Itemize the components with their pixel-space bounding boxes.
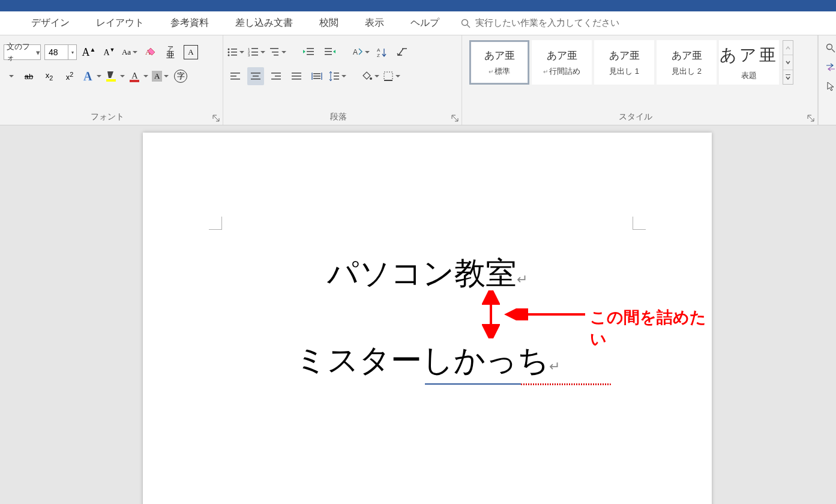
character-border-button[interactable]: A xyxy=(182,43,199,61)
svg-rect-24 xyxy=(307,54,314,55)
justify-button[interactable] xyxy=(288,67,305,85)
distributed-icon xyxy=(311,71,323,81)
shading-button[interactable] xyxy=(361,67,379,85)
show-marks-button[interactable] xyxy=(394,43,410,61)
font-size-dropdown[interactable]: ▾ xyxy=(68,44,77,60)
page[interactable]: パソコン教室↵ ミスターしかっち↵ この間を詰めたい xyxy=(143,133,712,504)
align-center-button[interactable] xyxy=(247,67,264,85)
styles-more[interactable] xyxy=(783,70,793,84)
svg-rect-38 xyxy=(275,76,281,77)
find-icon xyxy=(826,43,835,53)
decrease-indent-button[interactable] xyxy=(301,43,317,61)
tab-view[interactable]: 表示 xyxy=(352,11,397,35)
group-paragraph: 123 A AZ 段落 xyxy=(223,35,462,125)
svg-rect-25 xyxy=(325,48,332,49)
style-preview: あア亜 xyxy=(484,49,515,62)
line-spacing-icon xyxy=(329,71,340,82)
clear-formatting-button[interactable]: A xyxy=(142,43,158,61)
styles-scroll-down[interactable] xyxy=(783,55,793,70)
bullets-button[interactable] xyxy=(227,43,244,61)
phonetic-guide-button[interactable]: ア亜 xyxy=(162,43,179,61)
font-color-button[interactable]: A xyxy=(128,67,148,85)
grammar-underline xyxy=(425,383,521,385)
svg-rect-19 xyxy=(270,48,278,49)
distributed-button[interactable] xyxy=(308,67,325,85)
style-label: 見出し 1 xyxy=(609,66,639,77)
style-heading1[interactable]: あア亜 見出し 1 xyxy=(594,40,654,85)
svg-line-54 xyxy=(832,49,835,52)
svg-rect-31 xyxy=(230,73,240,74)
paragraph-group-label: 段落 xyxy=(223,112,453,122)
style-no-spacing[interactable]: あア亜 ↵ 行間詰め xyxy=(532,40,592,85)
line-spacing-button[interactable] xyxy=(329,67,346,85)
svg-rect-6 xyxy=(130,80,139,82)
shrink-font-button[interactable]: A▼ xyxy=(101,43,118,61)
tab-references[interactable]: 参考資料 xyxy=(157,11,222,35)
svg-rect-21 xyxy=(274,55,278,56)
sort-button[interactable]: AZ xyxy=(373,43,390,61)
grow-font-button[interactable]: A▲ xyxy=(80,43,97,61)
tab-review[interactable]: 校閲 xyxy=(306,11,352,35)
subscript-button[interactable]: x2 xyxy=(41,67,58,85)
ribbon: 文のフォ▾ 48 ▾ A▲ A▼ Aa A ア亜 A ab x2 x2 A xyxy=(0,35,836,125)
style-normal[interactable]: あア亜 ↵ 標準 xyxy=(469,40,529,85)
svg-point-0 xyxy=(462,19,468,25)
align-center-icon xyxy=(250,71,261,81)
borders-button[interactable] xyxy=(383,67,400,85)
tab-layout[interactable]: レイアウト xyxy=(83,11,157,35)
svg-rect-41 xyxy=(292,76,301,77)
find-button-partial[interactable] xyxy=(822,40,836,56)
tell-me-search[interactable]: 実行したい作業を入力してください xyxy=(461,17,619,29)
font-group-label: フォント xyxy=(0,112,214,122)
font-size-combo[interactable]: 48 xyxy=(44,44,68,60)
style-title[interactable]: あア亜 表題 xyxy=(719,40,779,85)
numbering-button[interactable]: 123 xyxy=(248,43,265,61)
styles-group-label: スタイル xyxy=(462,112,809,122)
svg-point-53 xyxy=(827,44,832,50)
margin-corner-tr xyxy=(633,217,646,230)
align-left-button[interactable] xyxy=(227,67,244,85)
tab-mailings[interactable]: 差し込み文書 xyxy=(222,11,306,35)
enclose-char-button[interactable]: 字 xyxy=(172,67,189,85)
bold-partial[interactable] xyxy=(4,67,17,85)
increase-indent-button[interactable] xyxy=(321,43,338,61)
multilevel-list-button[interactable] xyxy=(269,43,286,61)
superscript-button[interactable]: x2 xyxy=(61,67,78,85)
replace-button-partial[interactable] xyxy=(822,59,836,75)
align-right-button[interactable] xyxy=(268,67,284,85)
styles-dialog-launcher[interactable] xyxy=(807,114,815,122)
tab-help[interactable]: ヘルプ xyxy=(397,11,453,35)
indent-icon xyxy=(323,47,335,58)
svg-rect-48 xyxy=(334,79,339,80)
font-dialog-launcher[interactable] xyxy=(212,114,220,122)
clear-format-icon: A xyxy=(144,46,156,58)
tab-partial-left[interactable] xyxy=(0,11,18,35)
svg-rect-26 xyxy=(325,51,332,52)
highlight-button[interactable] xyxy=(105,67,125,85)
document-line-1[interactable]: パソコン教室↵ xyxy=(143,253,712,295)
svg-text:3: 3 xyxy=(248,53,250,57)
font-name-combo[interactable]: 文のフォ▾ xyxy=(4,44,41,60)
text-direction-button[interactable]: A xyxy=(352,43,370,61)
ribbon-tabs: デザイン レイアウト 参考資料 差し込み文書 校閲 表示 ヘルプ 実行したい作業… xyxy=(0,11,836,35)
svg-rect-27 xyxy=(325,54,332,55)
change-case-button[interactable]: Aa xyxy=(121,43,138,61)
svg-rect-34 xyxy=(251,73,260,74)
margin-corner-tl xyxy=(209,217,222,230)
style-heading2[interactable]: あア亜 見出し 2 xyxy=(657,40,717,85)
char-shading-button[interactable]: A xyxy=(152,67,169,85)
select-button-partial[interactable] xyxy=(822,79,836,94)
strikethrough-button[interactable]: ab xyxy=(20,67,37,85)
svg-rect-46 xyxy=(334,73,339,74)
svg-rect-45 xyxy=(313,78,320,79)
svg-point-11 xyxy=(228,55,230,56)
annotation-vertical-arrow xyxy=(482,290,500,338)
style-label: ↵ 行間詰め xyxy=(543,66,581,77)
paragraph-dialog-launcher[interactable] xyxy=(451,114,459,122)
cursor-icon xyxy=(826,82,835,91)
tab-design[interactable]: デザイン xyxy=(18,11,83,35)
svg-rect-44 xyxy=(313,76,320,77)
text-effects-button[interactable]: A xyxy=(82,67,101,85)
svg-rect-32 xyxy=(230,76,236,77)
styles-scroll-up[interactable] xyxy=(783,41,793,55)
